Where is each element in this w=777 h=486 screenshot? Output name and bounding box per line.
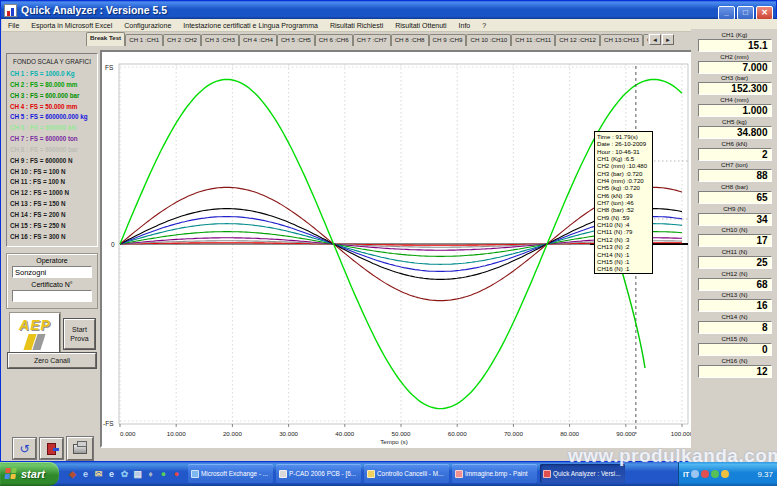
channel-readout-panel: CH1 (Kg)15.1CH2 (mm)7.000CH3 (bar)152.30…	[691, 29, 777, 463]
menu-item-3[interactable]: Configurazione	[118, 22, 177, 29]
readout-unit: CH16 (N)12	[691, 357, 777, 378]
readout-value: 16	[698, 299, 772, 312]
start-prova-button[interactable]: Start Prova	[64, 319, 95, 349]
menu-item-2[interactable]: Esporta in Microsoft Excel	[25, 22, 118, 29]
maximize-button[interactable]: □	[737, 6, 754, 20]
task-icon	[191, 470, 199, 478]
antivirus-icon[interactable]	[701, 470, 709, 478]
svg-text:70.000: 70.000	[504, 430, 523, 437]
tab-15[interactable]: CH 14 :CH14	[643, 34, 648, 46]
readout-unit: CH7 (ton)88	[691, 161, 777, 182]
tab-1[interactable]: Break Test	[86, 32, 125, 46]
menu-item-7[interactable]: Info	[453, 22, 477, 29]
tooltip-line: Hour : 10-46-31	[597, 148, 650, 155]
close-button[interactable]: ✕	[756, 6, 773, 20]
tooltip-line: CH1 (Kg) :6.5	[597, 155, 650, 162]
certificate-input[interactable]	[12, 290, 92, 302]
task-label: Immagine.bmp - Paint	[465, 470, 528, 477]
exit-door-icon	[47, 443, 56, 455]
tooltip-line: CH12 (N) :3	[597, 236, 650, 243]
tab-7[interactable]: CH 6 :CH6	[315, 34, 353, 46]
menu-item-6[interactable]: Risultati Ottenuti	[389, 22, 452, 29]
channel-scale-line: CH 5 : FS = 600000.000 kg	[10, 112, 97, 123]
menu-item-4[interactable]: Intestazione certificati e Lingua Progra…	[177, 22, 324, 29]
tab-2[interactable]: CH 1 :CH1	[125, 34, 163, 46]
readout-label: CH5 (kg)	[691, 118, 777, 126]
taskbar-clock[interactable]: 9.37	[757, 470, 773, 479]
undo-button[interactable]: ↺	[13, 438, 36, 459]
readout-unit: CH2 (mm)7.000	[691, 53, 777, 74]
tab-10[interactable]: CH 9 :CH9	[429, 34, 467, 46]
system-tray: IT 9.37	[678, 462, 777, 486]
chart-area[interactable]: 0.00010.00020.00030.00040.00050.00060.00…	[100, 50, 694, 448]
tab-12[interactable]: CH 11 :CH11	[511, 34, 555, 46]
print-button[interactable]	[67, 437, 93, 460]
menu-item-8[interactable]: ?	[476, 22, 492, 29]
task-button-5[interactable]: Quick Analyzer : Versi...	[540, 464, 625, 483]
desktop: Quick Analyzer : Versione 5.5 _□✕ FileEs…	[0, 0, 777, 486]
internet-explorer-icon-2[interactable]: e	[106, 468, 117, 480]
tooltip-line: CH5 (kg) :0.720	[597, 184, 650, 191]
tab-3[interactable]: CH 2 :CH2	[163, 34, 201, 46]
exit-button[interactable]	[40, 438, 63, 459]
internet-explorer-icon[interactable]: e	[80, 468, 91, 480]
network-icon[interactable]	[691, 470, 699, 478]
readout-value: 15.1	[698, 39, 772, 52]
tab-5[interactable]: CH 4 :CH4	[239, 34, 277, 46]
app-window: Quick Analyzer : Versione 5.5 _□✕ FileEs…	[0, 0, 777, 462]
menu-item-5[interactable]: Risultati Richiesti	[324, 22, 389, 29]
readout-unit: CH3 (bar)152.300	[691, 74, 777, 95]
task-icon	[455, 470, 463, 478]
window-title: Quick Analyzer : Versione 5.5	[21, 4, 716, 16]
zero-canali-button[interactable]: Zero Canali	[8, 353, 96, 368]
tab-13[interactable]: CH 12 :CH12	[555, 34, 600, 46]
quick-launch-bar: ◆e✉e✿▤♦●●	[64, 462, 182, 486]
update-icon[interactable]: ●	[158, 468, 169, 480]
channel-scale-line: CH 13 : FS = 150 N	[10, 199, 97, 210]
outlook-icon[interactable]: ✉	[93, 468, 104, 480]
language-indicator[interactable]: IT	[683, 471, 689, 478]
readout-label: CH15 (N)	[691, 335, 777, 343]
msn-icon[interactable]: ✿	[119, 468, 130, 480]
app-icon	[4, 4, 17, 17]
app-shortcut-icon[interactable]: ◆	[67, 468, 78, 480]
readout-value: 68	[698, 278, 772, 291]
operator-group: Operatore Certificato N°	[6, 253, 98, 309]
readout-value: 1.000	[698, 104, 772, 117]
aep-logo-button[interactable]: AEP	[10, 313, 60, 355]
svg-text:60.000: 60.000	[448, 430, 467, 437]
task-button-2[interactable]: P-CAD 2006 PCB - [6...	[276, 464, 361, 483]
tooltip-line: CH10 (N) :4	[597, 221, 650, 228]
tab-8[interactable]: CH 7 :CH7	[353, 34, 391, 46]
operator-input[interactable]	[12, 266, 92, 278]
start-button[interactable]: start	[0, 462, 59, 486]
minimize-button[interactable]: _	[718, 6, 735, 20]
tab-scroll-right[interactable]: ►	[662, 34, 674, 45]
settings-icon[interactable]: ♦	[145, 468, 156, 480]
readout-value: 65	[698, 191, 772, 204]
title-bar[interactable]: Quick Analyzer : Versione 5.5 _□✕	[1, 1, 776, 19]
svg-text:Tempo (s): Tempo (s)	[380, 438, 408, 445]
svg-text:0.000: 0.000	[120, 430, 136, 437]
task-button-1[interactable]: Microsoft Exchange - ...	[188, 464, 273, 483]
task-button-3[interactable]: Controllo Cancelli - M...	[364, 464, 449, 483]
tab-14[interactable]: CH 13:CH13	[600, 34, 643, 46]
readout-unit: CH12 (N)68	[691, 270, 777, 291]
windows-flag-pane	[11, 468, 17, 473]
tab-6[interactable]: CH 5 :CH5	[277, 34, 315, 46]
task-button-4[interactable]: Immagine.bmp - Paint	[452, 464, 537, 483]
tab-4[interactable]: CH 3 :CH3	[201, 34, 239, 46]
tab-11[interactable]: CH 10 :CH10	[466, 34, 511, 46]
aep-logo-mark-icon	[24, 334, 46, 350]
tab-scroll-left[interactable]: ◄	[649, 34, 661, 45]
readout-unit: CH11 (N)25	[691, 248, 777, 269]
menu-item-1[interactable]: File	[2, 22, 25, 29]
document-icon[interactable]: ▤	[132, 468, 143, 480]
volume-icon[interactable]	[721, 470, 729, 478]
tooltip-line: CH16 (N) :1	[597, 265, 650, 272]
alert-icon[interactable]: ●	[171, 468, 182, 480]
tab-9[interactable]: CH 8 :CH8	[391, 34, 429, 46]
svg-text:0: 0	[111, 241, 115, 248]
tooltip-line: CH13 (N) :2	[597, 243, 650, 250]
update-icon[interactable]	[711, 470, 719, 478]
